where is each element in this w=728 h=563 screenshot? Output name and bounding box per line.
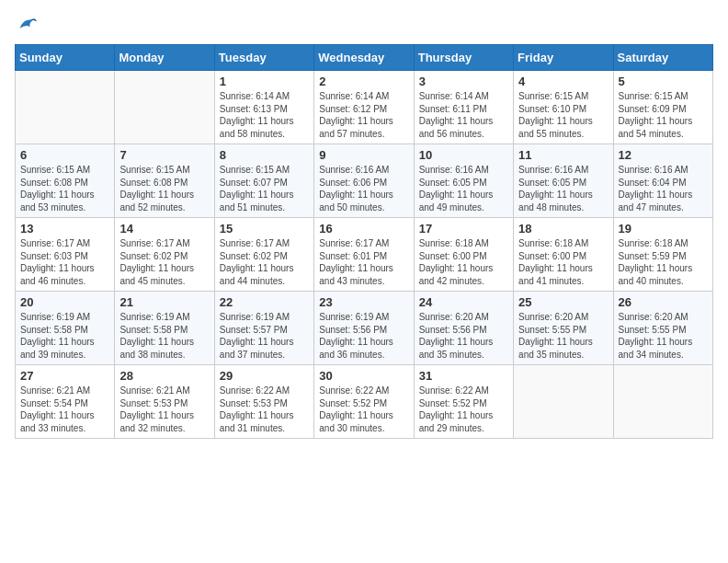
day-number: 26 xyxy=(619,295,708,309)
day-number: 1 xyxy=(220,75,309,88)
calendar-cell: 12Sunrise: 6:16 AMSunset: 6:04 PMDayligh… xyxy=(613,144,712,218)
day-info: Sunrise: 6:18 AMSunset: 5:59 PMDaylight:… xyxy=(619,237,708,287)
calendar-cell: 10Sunrise: 6:16 AMSunset: 6:05 PMDayligh… xyxy=(414,144,513,218)
day-number: 17 xyxy=(419,222,508,236)
day-number: 3 xyxy=(419,75,508,88)
day-number: 31 xyxy=(419,369,508,383)
day-of-week-header: Wednesday xyxy=(314,45,414,71)
day-number: 20 xyxy=(20,295,109,309)
calendar-cell: 18Sunrise: 6:18 AMSunset: 6:00 PMDayligh… xyxy=(514,218,613,292)
day-info: Sunrise: 6:22 AMSunset: 5:53 PMDaylight:… xyxy=(220,385,309,434)
calendar-table: SundayMondayTuesdayWednesdayThursdayFrid… xyxy=(15,44,713,439)
calendar-cell: 6Sunrise: 6:15 AMSunset: 6:08 PMDaylight… xyxy=(16,144,115,218)
calendar-cell: 27Sunrise: 6:21 AMSunset: 5:54 PMDayligh… xyxy=(16,365,115,439)
day-number: 2 xyxy=(319,75,408,88)
calendar-cell xyxy=(16,71,115,144)
day-of-week-header: Tuesday xyxy=(214,45,313,71)
day-number: 14 xyxy=(119,222,209,236)
day-info: Sunrise: 6:18 AMSunset: 6:00 PMDaylight:… xyxy=(419,237,508,287)
day-of-week-header: Thursday xyxy=(414,45,513,71)
calendar-cell: 11Sunrise: 6:16 AMSunset: 6:05 PMDayligh… xyxy=(514,144,613,218)
calendar-cell: 24Sunrise: 6:20 AMSunset: 5:56 PMDayligh… xyxy=(414,292,513,365)
calendar-cell: 26Sunrise: 6:20 AMSunset: 5:55 PMDayligh… xyxy=(613,292,712,365)
logo-bird-icon xyxy=(17,15,37,35)
calendar-cell: 31Sunrise: 6:22 AMSunset: 5:52 PMDayligh… xyxy=(414,365,513,439)
day-info: Sunrise: 6:15 AMSunset: 6:08 PMDaylight:… xyxy=(119,164,209,213)
calendar-cell: 25Sunrise: 6:20 AMSunset: 5:55 PMDayligh… xyxy=(514,292,613,365)
calendar-cell: 4Sunrise: 6:15 AMSunset: 6:10 PMDaylight… xyxy=(514,71,613,144)
day-of-week-header: Saturday xyxy=(613,45,712,71)
calendar-week-row: 13Sunrise: 6:17 AMSunset: 6:03 PMDayligh… xyxy=(16,218,713,292)
day-number: 29 xyxy=(220,369,309,383)
day-of-week-header: Friday xyxy=(514,45,613,71)
day-number: 15 xyxy=(220,222,309,236)
day-number: 16 xyxy=(319,222,408,236)
calendar-cell: 8Sunrise: 6:15 AMSunset: 6:07 PMDaylight… xyxy=(214,144,313,218)
day-number: 11 xyxy=(518,148,608,162)
calendar-cell: 20Sunrise: 6:19 AMSunset: 5:58 PMDayligh… xyxy=(16,292,115,365)
day-info: Sunrise: 6:14 AMSunset: 6:11 PMDaylight:… xyxy=(419,90,508,140)
calendar-week-row: 1Sunrise: 6:14 AMSunset: 6:13 PMDaylight… xyxy=(16,71,713,144)
day-number: 21 xyxy=(119,295,209,309)
day-info: Sunrise: 6:20 AMSunset: 5:56 PMDaylight:… xyxy=(419,311,508,361)
calendar-week-row: 27Sunrise: 6:21 AMSunset: 5:54 PMDayligh… xyxy=(16,365,713,439)
calendar-cell: 2Sunrise: 6:14 AMSunset: 6:12 PMDaylight… xyxy=(314,71,414,144)
day-info: Sunrise: 6:15 AMSunset: 6:09 PMDaylight:… xyxy=(619,90,708,140)
day-number: 8 xyxy=(220,148,309,162)
day-info: Sunrise: 6:22 AMSunset: 5:52 PMDaylight:… xyxy=(319,385,408,434)
day-info: Sunrise: 6:15 AMSunset: 6:10 PMDaylight:… xyxy=(518,90,608,140)
calendar-header-row: SundayMondayTuesdayWednesdayThursdayFrid… xyxy=(16,45,713,71)
day-info: Sunrise: 6:15 AMSunset: 6:08 PMDaylight:… xyxy=(20,164,109,213)
calendar-week-row: 6Sunrise: 6:15 AMSunset: 6:08 PMDaylight… xyxy=(16,144,713,218)
day-info: Sunrise: 6:14 AMSunset: 6:12 PMDaylight:… xyxy=(319,90,408,140)
calendar-cell: 7Sunrise: 6:15 AMSunset: 6:08 PMDaylight… xyxy=(115,144,214,218)
day-number: 10 xyxy=(419,148,508,162)
day-info: Sunrise: 6:16 AMSunset: 6:05 PMDaylight:… xyxy=(518,164,608,213)
day-info: Sunrise: 6:21 AMSunset: 5:54 PMDaylight:… xyxy=(20,385,109,434)
day-info: Sunrise: 6:19 AMSunset: 5:57 PMDaylight:… xyxy=(220,311,309,361)
page-header xyxy=(15,15,713,35)
calendar-cell xyxy=(514,365,613,439)
day-number: 19 xyxy=(619,222,708,236)
calendar-cell: 29Sunrise: 6:22 AMSunset: 5:53 PMDayligh… xyxy=(214,365,313,439)
calendar-cell: 28Sunrise: 6:21 AMSunset: 5:53 PMDayligh… xyxy=(115,365,214,439)
day-info: Sunrise: 6:14 AMSunset: 6:13 PMDaylight:… xyxy=(220,90,309,140)
calendar-cell: 9Sunrise: 6:16 AMSunset: 6:06 PMDaylight… xyxy=(314,144,414,218)
logo xyxy=(15,15,37,35)
day-number: 12 xyxy=(619,148,708,162)
day-info: Sunrise: 6:18 AMSunset: 6:00 PMDaylight:… xyxy=(518,237,608,287)
calendar-cell: 13Sunrise: 6:17 AMSunset: 6:03 PMDayligh… xyxy=(16,218,115,292)
day-number: 24 xyxy=(419,295,508,309)
day-info: Sunrise: 6:17 AMSunset: 6:03 PMDaylight:… xyxy=(20,237,109,287)
day-info: Sunrise: 6:19 AMSunset: 5:58 PMDaylight:… xyxy=(119,311,209,361)
day-number: 4 xyxy=(518,75,608,88)
day-of-week-header: Sunday xyxy=(16,45,115,71)
calendar-cell: 15Sunrise: 6:17 AMSunset: 6:02 PMDayligh… xyxy=(214,218,313,292)
calendar-cell: 16Sunrise: 6:17 AMSunset: 6:01 PMDayligh… xyxy=(314,218,414,292)
day-info: Sunrise: 6:17 AMSunset: 6:02 PMDaylight:… xyxy=(220,237,309,287)
day-info: Sunrise: 6:20 AMSunset: 5:55 PMDaylight:… xyxy=(518,311,608,361)
day-info: Sunrise: 6:16 AMSunset: 6:05 PMDaylight:… xyxy=(419,164,508,213)
calendar-cell: 22Sunrise: 6:19 AMSunset: 5:57 PMDayligh… xyxy=(214,292,313,365)
calendar-cell: 5Sunrise: 6:15 AMSunset: 6:09 PMDaylight… xyxy=(613,71,712,144)
calendar-cell xyxy=(613,365,712,439)
calendar-week-row: 20Sunrise: 6:19 AMSunset: 5:58 PMDayligh… xyxy=(16,292,713,365)
calendar-cell: 21Sunrise: 6:19 AMSunset: 5:58 PMDayligh… xyxy=(115,292,214,365)
calendar-cell xyxy=(115,71,214,144)
day-info: Sunrise: 6:19 AMSunset: 5:58 PMDaylight:… xyxy=(20,311,109,361)
day-info: Sunrise: 6:17 AMSunset: 6:01 PMDaylight:… xyxy=(319,237,408,287)
calendar-cell: 14Sunrise: 6:17 AMSunset: 6:02 PMDayligh… xyxy=(115,218,214,292)
day-number: 13 xyxy=(20,222,109,236)
calendar-cell: 23Sunrise: 6:19 AMSunset: 5:56 PMDayligh… xyxy=(314,292,414,365)
day-info: Sunrise: 6:21 AMSunset: 5:53 PMDaylight:… xyxy=(119,385,209,434)
day-info: Sunrise: 6:19 AMSunset: 5:56 PMDaylight:… xyxy=(319,311,408,361)
calendar-cell: 19Sunrise: 6:18 AMSunset: 5:59 PMDayligh… xyxy=(613,218,712,292)
day-number: 22 xyxy=(220,295,309,309)
day-number: 9 xyxy=(319,148,408,162)
day-info: Sunrise: 6:17 AMSunset: 6:02 PMDaylight:… xyxy=(119,237,209,287)
calendar-cell: 3Sunrise: 6:14 AMSunset: 6:11 PMDaylight… xyxy=(414,71,513,144)
day-number: 28 xyxy=(119,369,209,383)
day-info: Sunrise: 6:15 AMSunset: 6:07 PMDaylight:… xyxy=(220,164,309,213)
day-number: 6 xyxy=(20,148,109,162)
day-info: Sunrise: 6:20 AMSunset: 5:55 PMDaylight:… xyxy=(619,311,708,361)
